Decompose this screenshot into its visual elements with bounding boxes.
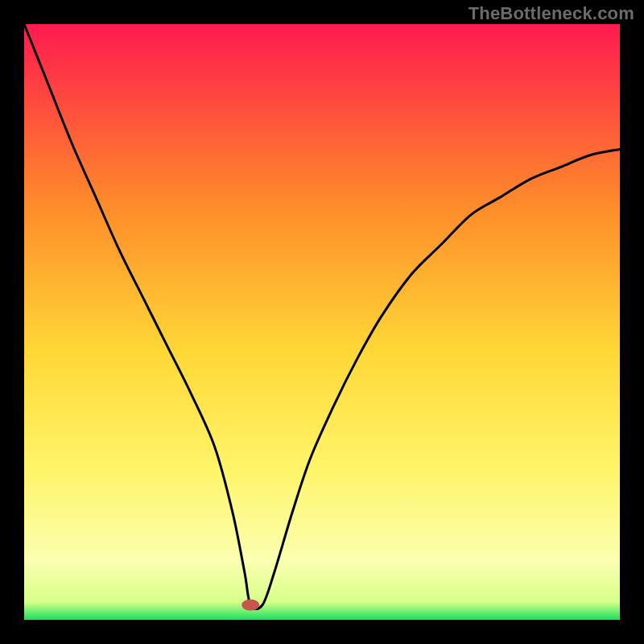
chart-stage: TheBottleneck.com	[0, 0, 644, 644]
chart-background-gradient	[24, 24, 620, 620]
optimal-marker	[242, 600, 259, 611]
watermark-text: TheBottleneck.com	[469, 3, 634, 24]
bottleneck-chart	[24, 24, 620, 620]
